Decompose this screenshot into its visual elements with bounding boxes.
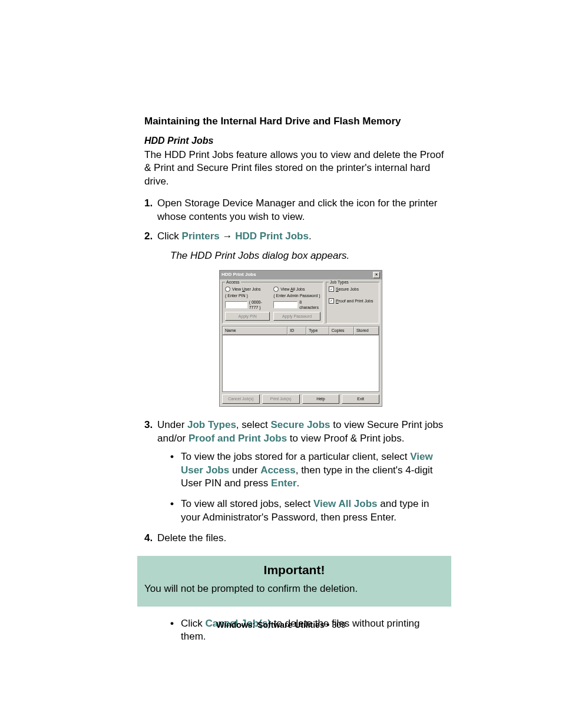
admin-password-input[interactable] — [273, 301, 297, 308]
b1-a: To view the jobs stored for a particular… — [181, 451, 410, 462]
enter-pin-label: ( Enter PIN ) — [225, 293, 270, 298]
step-2-suffix: . — [309, 230, 312, 242]
apply-password-button[interactable]: Apply Password — [273, 312, 320, 321]
step3-b: , select — [236, 419, 271, 430]
printers-link: Printers — [182, 230, 220, 242]
enter-admin-label: ( Enter Admin Password ) — [273, 293, 320, 298]
footer-page: 309 — [332, 620, 345, 630]
pin-input[interactable] — [225, 301, 247, 308]
step3-d: to view Proof & Print jobs. — [287, 433, 404, 444]
dialog-screenshot: HDD Print Jobs × Access View User Jobs (… — [157, 270, 444, 407]
footer-section: Windows: Software Utilities — [216, 620, 324, 630]
steps-list: Open Storage Device Manager and click th… — [144, 197, 444, 545]
dialog-titlebar: HDD Print Jobs × — [220, 271, 382, 279]
view-all-jobs-term: View All Jobs — [313, 498, 378, 509]
job-types-term: Job Types — [187, 419, 236, 430]
callout-title: Important! — [144, 562, 444, 578]
col-copies[interactable]: Copies — [329, 327, 354, 334]
important-callout: Important! You will not be prompted to c… — [137, 556, 451, 606]
enter-term: Enter — [271, 477, 296, 489]
col-type[interactable]: Type — [306, 327, 329, 334]
hdd-print-jobs-link: HDD Print Jobs — [235, 230, 309, 242]
view-all-jobs-radio[interactable]: View All Jobs — [273, 286, 320, 292]
char-hint: 8 characters — [299, 299, 320, 311]
b1-b: under — [229, 465, 260, 476]
secure-jobs-term: Secure Jobs — [270, 419, 330, 430]
step-2-prefix: Click — [157, 230, 182, 242]
step3-a: Under — [157, 419, 187, 430]
table-header: Name ID Type Copies Stored — [223, 327, 379, 335]
step-1-text: Open Storage Device Manager and click th… — [157, 197, 437, 222]
hdd-print-jobs-dialog: HDD Print Jobs × Access View User Jobs (… — [219, 270, 382, 407]
sub-heading: HDD Print Jobs — [144, 134, 444, 147]
jobtypes-fieldset: Job Types ✓Secure Jobs ✓Proof and Print … — [326, 282, 379, 324]
view-user-jobs-radio[interactable]: View User Jobs — [225, 286, 270, 292]
close-icon[interactable]: × — [373, 272, 380, 278]
arrow-icon: → — [220, 230, 235, 242]
col-id[interactable]: ID — [287, 327, 306, 334]
step-3-bullets: To view the jobs stored for a particular… — [170, 450, 444, 525]
step-1: Open Storage Device Manager and click th… — [144, 197, 444, 224]
dialog-title: HDD Print Jobs — [222, 272, 256, 278]
document-page: Maintaining the Internal Hard Drive and … — [0, 0, 562, 728]
proof-print-jobs-term: Proof and Print Jobs — [189, 433, 287, 444]
print-jobs-button[interactable]: Print Job(s) — [262, 394, 300, 403]
step-3: Under Job Types, select Secure Jobs to v… — [144, 419, 444, 525]
b2-a: To view all stored jobs, select — [181, 498, 313, 509]
dialog-footer: Cancel Job(s) Print Job(s) Help Exit — [222, 394, 379, 403]
col-name[interactable]: Name — [223, 327, 287, 334]
section-heading: Maintaining the Internal Hard Drive and … — [144, 115, 444, 129]
step3-bullet-1: To view the jobs stored for a particular… — [170, 450, 444, 491]
secure-jobs-checkbox[interactable]: ✓Secure Jobs — [329, 286, 376, 292]
exit-button[interactable]: Exit — [342, 394, 379, 403]
help-button[interactable]: Help — [302, 394, 340, 403]
step-2-note: The HDD Print Jobs dialog box appears. — [170, 249, 444, 263]
apply-pin-button[interactable]: Apply PIN — [225, 312, 270, 321]
cancel-jobs-button[interactable]: Cancel Job(s) — [222, 394, 260, 403]
proof-print-jobs-checkbox[interactable]: ✓Proof and Print Jobs — [329, 298, 376, 304]
page-footer: Windows: Software Utilities • 309 — [0, 620, 562, 631]
step-4-text: Delete the files. — [157, 532, 226, 543]
jobtypes-legend: Job Types — [329, 279, 350, 285]
access-term: Access — [260, 465, 296, 476]
step-2: Click Printers → HDD Print Jobs. The HDD… — [144, 230, 444, 407]
callout-body: You will not be prompted to confirm the … — [144, 582, 444, 596]
footer-sep: • — [325, 620, 332, 630]
col-stored[interactable]: Stored — [354, 327, 379, 334]
step-4: Delete the files. — [144, 532, 444, 545]
b1-d: . — [297, 477, 300, 489]
pin-hint: ( 0000-7777 ) — [249, 299, 270, 311]
intro-paragraph: The HDD Print Jobs feature allows you to… — [144, 149, 444, 189]
access-legend: Access — [225, 279, 241, 285]
jobs-table: Name ID Type Copies Stored — [222, 326, 379, 392]
step3-bullet-2: To view all stored jobs, select View All… — [170, 498, 444, 525]
access-fieldset: Access View User Jobs ( Enter PIN ) ( 00… — [222, 282, 323, 324]
